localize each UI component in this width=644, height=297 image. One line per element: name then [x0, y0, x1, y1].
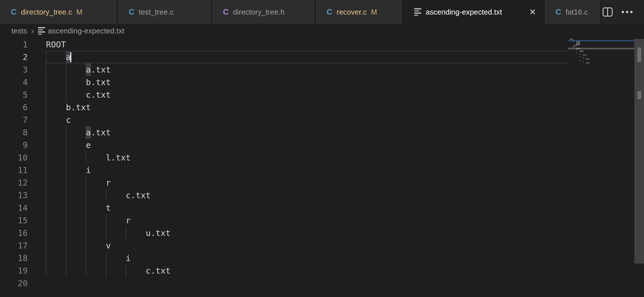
tab-directory_tree.h[interactable]: Cdirectory_tree.h — [212, 0, 316, 24]
code-line[interactable]: 18 i — [0, 252, 568, 264]
code-line[interactable]: 1ROOT — [0, 38, 568, 51]
minimap-line — [583, 55, 587, 55]
code-line[interactable]: 14 t — [0, 202, 568, 214]
code-text: i — [46, 252, 131, 264]
tab-label: recover.c — [337, 8, 367, 17]
code-line[interactable]: 11 i — [0, 164, 568, 176]
minimap[interactable] — [568, 38, 634, 297]
line-number[interactable]: 5 — [0, 89, 28, 101]
code-line[interactable]: 19 c.txt — [0, 264, 568, 277]
minimap-line — [576, 48, 580, 49]
code-line[interactable]: 20 — [0, 277, 568, 290]
line-number[interactable]: 20 — [0, 277, 28, 290]
line-number[interactable]: 8 — [0, 126, 28, 139]
code-line[interactable]: 10 l.txt — [0, 151, 568, 164]
code-text: t — [46, 202, 111, 214]
code-text: c.txt — [46, 89, 111, 101]
breadcrumb-file[interactable]: ascending-expected.txt — [48, 27, 124, 35]
line-number[interactable]: 6 — [0, 101, 28, 114]
minimap-line — [586, 63, 590, 63]
minimap-line — [576, 43, 580, 44]
tab-label: directory_tree.c — [21, 8, 72, 17]
c-file-icon: C — [556, 7, 561, 17]
code-line[interactable]: 3 a.txt — [0, 63, 568, 76]
line-number[interactable]: 18 — [0, 252, 28, 264]
line-number[interactable]: 4 — [0, 76, 28, 89]
split-editor-icon[interactable] — [603, 7, 613, 17]
code-line[interactable]: 15 r — [0, 214, 568, 227]
minimap-line — [570, 39, 573, 40]
code-line[interactable]: 9 e — [0, 139, 568, 151]
line-number[interactable]: 2 — [0, 51, 28, 63]
code-text: ROOT — [46, 38, 66, 51]
code-text: i — [46, 164, 91, 176]
tab-label: ascending-expected.txt — [426, 8, 502, 17]
code-text: r — [46, 176, 111, 189]
minimap-line — [579, 56, 580, 57]
c-file-icon: C — [129, 7, 134, 17]
breadcrumb: tests › ascending-expected.txt — [0, 24, 644, 38]
code-text: c.txt — [46, 264, 171, 277]
minimap-line — [573, 45, 577, 46]
tab-test_tree.c[interactable]: Ctest_tree.c — [118, 0, 212, 24]
more-actions-icon[interactable] — [622, 9, 633, 15]
line-number[interactable]: 11 — [0, 164, 28, 176]
code-text: c.txt — [46, 189, 151, 202]
breadcrumb-folder[interactable]: tests — [11, 27, 27, 35]
code-line[interactable]: 2 a — [0, 51, 568, 63]
line-number[interactable]: 12 — [0, 176, 28, 189]
line-number[interactable]: 13 — [0, 189, 28, 202]
minimap-line — [579, 53, 580, 54]
code-line[interactable]: 17 v — [0, 239, 568, 252]
close-tab-icon[interactable]: ✕ — [528, 7, 537, 17]
code-line[interactable]: 12 r — [0, 176, 568, 189]
git-modified-badge: M — [371, 8, 377, 16]
line-number[interactable]: 10 — [0, 151, 28, 164]
code-text: b.txt — [46, 101, 91, 114]
tab-strip: Cdirectory_tree.cMCtest_tree.cCdirectory… — [0, 0, 601, 24]
line-number[interactable]: 16 — [0, 227, 28, 239]
line-number[interactable]: 17 — [0, 239, 28, 252]
tab-ascending-expected.txt[interactable]: ascending-expected.txt✕ — [403, 0, 545, 24]
minimap-line — [576, 44, 580, 45]
code-text: a — [46, 51, 71, 63]
tab-directory_tree.c[interactable]: Cdirectory_tree.cM — [0, 0, 118, 24]
code-line[interactable]: 13 c.txt — [0, 189, 568, 202]
code-text: c — [46, 114, 71, 126]
minimap-line — [576, 52, 577, 53]
chevron-right-icon: › — [31, 27, 34, 35]
code-line[interactable]: 7 c — [0, 114, 568, 126]
minimap-line — [573, 47, 574, 48]
code-line[interactable]: 8 a.txt — [0, 126, 568, 139]
vertical-scrollbar — [634, 38, 644, 297]
tab-fat16.c[interactable]: Cfat16.c — [545, 0, 601, 24]
minimap-line — [586, 59, 590, 59]
tab-recover.c[interactable]: Crecover.cM — [316, 0, 403, 24]
c-file-icon: C — [223, 7, 229, 17]
line-number[interactable]: 14 — [0, 202, 28, 214]
line-number[interactable]: 7 — [0, 114, 28, 126]
code-text: a.txt — [46, 63, 111, 76]
code-text: b.txt — [46, 76, 111, 89]
minimap-line — [579, 51, 583, 51]
text-file-icon — [38, 27, 45, 35]
line-number[interactable]: 9 — [0, 139, 28, 151]
scrollbar-slider[interactable] — [634, 39, 644, 264]
line-number[interactable]: 15 — [0, 214, 28, 227]
c-file-icon: C — [11, 7, 17, 17]
code-line[interactable]: 5 c.txt — [0, 89, 568, 101]
line-number[interactable]: 3 — [0, 63, 28, 76]
code-line[interactable]: 16 u.txt — [0, 227, 568, 239]
line-number[interactable]: 1 — [0, 38, 28, 51]
minimap-line — [576, 49, 577, 50]
editor: 1ROOT2 a3 a.txt4 b.txt5 c.txt6 b.txt7 c8… — [0, 38, 644, 297]
code-text: e — [46, 139, 91, 151]
tab-label: test_tree.c — [139, 8, 173, 17]
vscode-window: Cdirectory_tree.cMCtest_tree.cCdirectory… — [0, 0, 644, 297]
overview-ruler-decoration — [637, 47, 641, 62]
line-number[interactable]: 19 — [0, 264, 28, 277]
code-line[interactable]: 4 b.txt — [0, 76, 568, 89]
code-line[interactable]: 6 b.txt — [0, 101, 568, 114]
overview-ruler-decoration — [637, 91, 641, 99]
minimap-line — [576, 41, 580, 42]
